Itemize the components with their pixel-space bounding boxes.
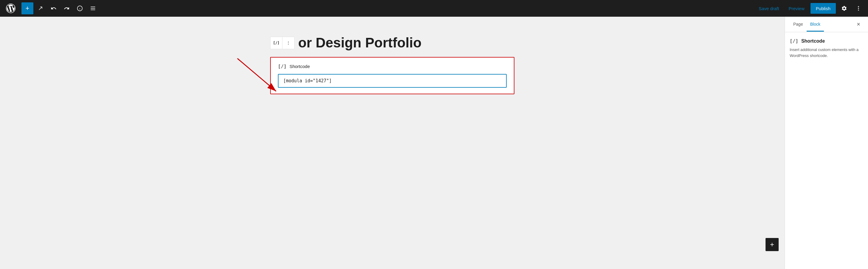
svg-point-7 [858, 6, 859, 7]
shortcode-block-header: [/] Shortcode [278, 63, 507, 69]
svg-point-9 [858, 9, 859, 10]
more-options-icon: ⋮ [286, 41, 290, 45]
svg-rect-6 [91, 9, 95, 10]
block-options-button[interactable]: ⋮ [282, 37, 294, 49]
sidebar-header: Page Block × [785, 17, 868, 32]
publish-button[interactable]: Publish [810, 3, 836, 14]
save-draft-button[interactable]: Save draft [755, 4, 782, 14]
block-toolbar-inline: [/] ⋮ [270, 37, 294, 49]
preview-button[interactable]: Preview [785, 4, 808, 14]
svg-point-8 [858, 8, 859, 9]
main-area: [/] ⋮ or Design Portfolio [/] Shortcode [0, 17, 868, 269]
toolbar-right: Save draft Preview Publish [755, 2, 864, 14]
sidebar-close-button[interactable]: × [854, 20, 863, 29]
list-view-button[interactable] [87, 2, 99, 14]
shortcode-block-type-button[interactable]: [/] [271, 37, 282, 49]
page-title: or Design Portfolio [298, 34, 422, 51]
redo-button[interactable] [61, 2, 73, 14]
tab-block[interactable]: Block [807, 18, 824, 32]
page-title-area: [/] ⋮ or Design Portfolio [270, 34, 515, 51]
shortcode-block: [/] Shortcode [270, 57, 515, 94]
editor-area: [/] ⋮ or Design Portfolio [/] Shortcode [0, 17, 784, 269]
add-block-bottom-button[interactable]: + [766, 238, 779, 251]
add-block-button[interactable]: + [22, 2, 33, 14]
svg-rect-5 [91, 8, 95, 9]
shortcode-input[interactable] [278, 74, 507, 88]
tab-page[interactable]: Page [790, 18, 807, 32]
sidebar-content: [/] Shortcode Insert additional custom e… [785, 32, 868, 64]
sidebar-shortcode-icon: [/] [790, 38, 798, 44]
sidebar-block-name: Shortcode [801, 38, 825, 44]
sidebar-block-title: [/] Shortcode [790, 38, 863, 44]
settings-button[interactable] [838, 2, 850, 14]
shortcode-block-icon: [/] [278, 63, 286, 69]
shortcode-icon-inline: [/] [273, 41, 280, 45]
wp-logo[interactable] [4, 0, 18, 17]
editor-content: [/] ⋮ or Design Portfolio [/] Shortcode [270, 34, 515, 94]
undo-button[interactable] [48, 2, 60, 14]
info-button[interactable] [74, 2, 86, 14]
shortcode-block-label: Shortcode [289, 64, 310, 69]
more-options-button[interactable] [852, 2, 864, 14]
add-icon: + [770, 240, 774, 249]
main-toolbar: + Save draft Preview Publish [0, 0, 868, 17]
svg-rect-4 [91, 6, 95, 7]
sidebar-panel: Page Block × [/] Shortcode Insert additi… [784, 17, 868, 269]
tools-button[interactable] [35, 2, 46, 14]
sidebar-block-description: Insert additional custom elements with a… [790, 47, 863, 58]
